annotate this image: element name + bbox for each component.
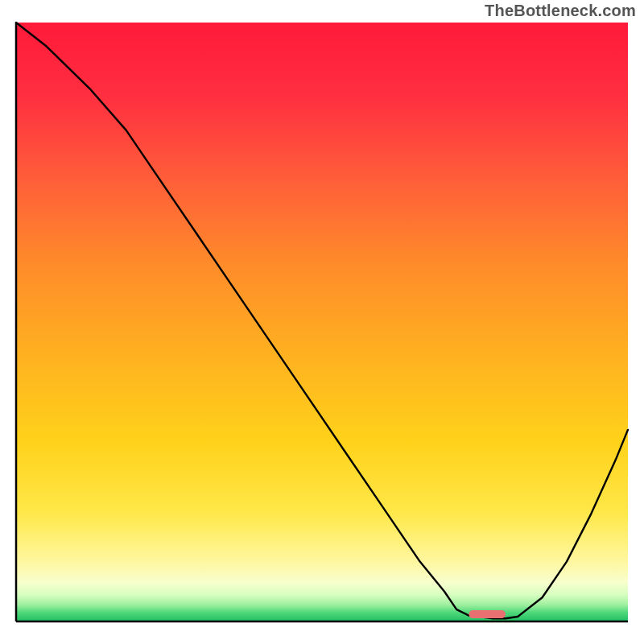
bottleneck-chart <box>0 0 644 644</box>
plot-background <box>16 23 628 621</box>
optimal-range-marker <box>469 610 506 618</box>
chart-container: TheBottleneck.com <box>0 0 644 644</box>
